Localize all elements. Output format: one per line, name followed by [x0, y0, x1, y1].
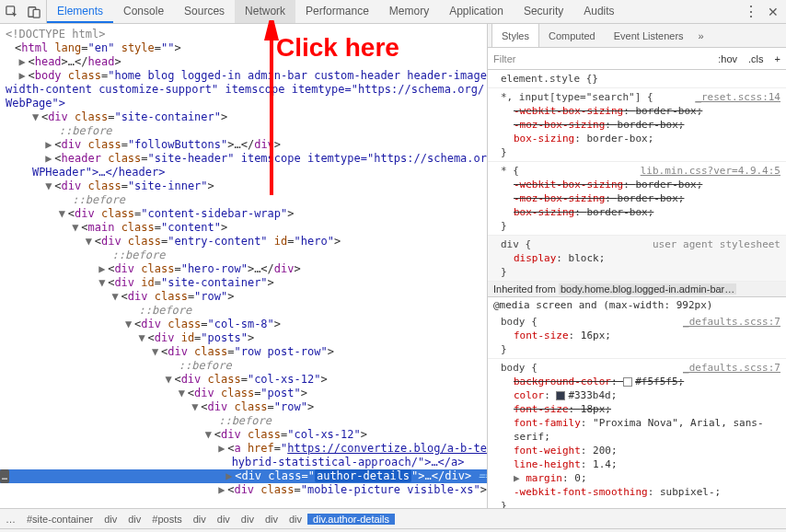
inspect-element-icon[interactable]: [6, 6, 18, 18]
more-menu-icon[interactable]: ⋮: [744, 3, 758, 20]
device-toggle-icon[interactable]: [28, 6, 40, 18]
media-query-label: @media screen and (max-width: 992px): [488, 297, 786, 313]
dom-node[interactable]: WPHeader">…</header>: [0, 166, 487, 179]
breadcrumb-item[interactable]: div: [212, 514, 236, 525]
dom-node[interactable]: <html lang="en" style="">: [0, 41, 487, 55]
dom-node[interactable]: ▶<header class="site-header" itemscope i…: [0, 152, 487, 166]
new-rule-button[interactable]: +: [775, 53, 780, 64]
dom-node[interactable]: ▼<div class="post">: [0, 387, 487, 400]
dom-node[interactable]: ::before: [0, 124, 487, 138]
breadcrumb-item[interactable]: div.author-details: [307, 514, 395, 525]
dom-node[interactable]: … ▶<div class="author-details">…</div> =…: [0, 469, 487, 483]
dom-node[interactable]: ▼<div id="site-container">: [0, 276, 487, 290]
dom-node[interactable]: ▼<div class="site-inner">: [0, 179, 487, 193]
dom-node[interactable]: hybrid-statistical-approach/">…</a>: [0, 456, 487, 469]
dom-node[interactable]: ▼<div class="row post-row">: [0, 345, 487, 359]
dom-node[interactable]: ▶<div class="followButtons">…</div>: [0, 138, 487, 152]
tab-elements[interactable]: Elements: [47, 0, 113, 23]
styles-more-icon[interactable]: »: [699, 30, 704, 41]
main-toolbar: ElementsConsoleSourcesNetworkPerformance…: [0, 0, 786, 24]
breadcrumb-item[interactable]: div: [236, 514, 260, 525]
dom-node[interactable]: ▼<div id="posts">: [0, 331, 487, 345]
dom-node[interactable]: ▶<div class="mobile-picture visible-xs">…: [0, 483, 487, 497]
inspector-icons: [0, 0, 47, 23]
dom-node[interactable]: ▶<div class="hero-row">…</div>: [0, 262, 487, 276]
dom-node[interactable]: ::before: [0, 359, 487, 373]
css-rule[interactable]: _reset.scss:14*, input[type="search"] {-…: [488, 88, 786, 162]
dom-node[interactable]: ▼<div class="row">: [0, 400, 487, 414]
styles-filter-row: Filter :hov .cls +: [488, 48, 786, 70]
hov-toggle[interactable]: :hov: [718, 53, 737, 64]
elements-dom-tree[interactable]: <!DOCTYPE html><html lang="en" style="">…: [0, 24, 488, 508]
svg-rect-2: [33, 9, 40, 17]
breadcrumb-item[interactable]: #posts: [146, 514, 187, 525]
dom-node[interactable]: ::before: [0, 249, 487, 262]
breadcrumb-item[interactable]: div: [260, 514, 283, 525]
dom-node[interactable]: WebPage">: [0, 97, 487, 110]
dom-node[interactable]: ▶<a href="https://convertize.blog/a-b-te…: [0, 442, 487, 456]
styles-pane: StylesComputedEvent Listeners» Filter :h…: [488, 24, 786, 508]
breadcrumb-item[interactable]: div: [283, 514, 307, 525]
dom-node[interactable]: ▼<main class="content">: [0, 221, 487, 235]
tab-audits[interactable]: Audits: [573, 0, 624, 23]
tab-application[interactable]: Application: [439, 0, 514, 23]
tab-network[interactable]: Network: [235, 0, 295, 23]
dom-node[interactable]: ::before: [0, 193, 487, 207]
styles-tab-event-listeners[interactable]: Event Listeners: [605, 24, 693, 47]
styles-rules[interactable]: element.style {}_reset.scss:14*, input[t…: [488, 70, 786, 508]
dom-node[interactable]: ▼<div class="col-sm-8">: [0, 318, 487, 331]
dom-node[interactable]: width-content customize-support" itemsco…: [0, 83, 487, 97]
dom-node[interactable]: <!DOCTYPE html>: [0, 28, 487, 41]
tab-console[interactable]: Console: [113, 0, 174, 23]
tab-memory[interactable]: Memory: [379, 0, 439, 23]
styles-tab-styles[interactable]: Styles: [491, 24, 539, 47]
inherited-from-bar: Inherited from body.home.blog.logged-in.…: [488, 282, 786, 297]
breadcrumb[interactable]: …#site-containerdivdiv#postsdivdivdivdiv…: [0, 508, 786, 528]
dom-node[interactable]: ▼<div class="col-xs-12">: [0, 428, 487, 442]
css-rule[interactable]: lib.min.css?ver=4.9.4:5* {-webkit-box-si…: [488, 162, 786, 236]
tab-security[interactable]: Security: [514, 0, 573, 23]
tab-performance[interactable]: Performance: [295, 0, 379, 23]
breadcrumb-item[interactable]: #site-container: [21, 514, 98, 525]
panel-tabs: ElementsConsoleSourcesNetworkPerformance…: [47, 0, 625, 23]
dom-node[interactable]: ::before: [0, 414, 487, 428]
dom-node[interactable]: ▼<div class="row">: [0, 290, 487, 304]
drawer: ⋮ ConsoleWhat's New× ✕: [0, 528, 786, 532]
dom-node[interactable]: ▶<head>…</head>: [0, 55, 487, 69]
breadcrumb-item[interactable]: div: [122, 514, 146, 525]
dom-node[interactable]: ▼<div class="site-container">: [0, 110, 487, 124]
breadcrumb-item[interactable]: div: [98, 514, 122, 525]
dom-node[interactable]: ::before: [0, 304, 487, 318]
css-rule[interactable]: _defaults.scss:7body {font-size: 16px;}: [488, 313, 786, 359]
tab-sources[interactable]: Sources: [174, 0, 235, 23]
dom-node[interactable]: ▼<div class="col-xs-12">: [0, 373, 487, 387]
styles-filter-input[interactable]: Filter: [493, 53, 515, 64]
styles-pane-tabs: StylesComputedEvent Listeners»: [488, 24, 786, 48]
cls-toggle[interactable]: .cls: [748, 53, 764, 64]
dom-node[interactable]: ▼<div class="content-sidebar-wrap">: [0, 207, 487, 221]
css-rule[interactable]: _defaults.scss:7body {background-color: …: [488, 359, 786, 508]
close-icon[interactable]: ✕: [768, 5, 779, 19]
breadcrumb-item[interactable]: div: [188, 514, 212, 525]
css-rule[interactable]: user agent stylesheetdiv {display: block…: [488, 236, 786, 282]
breadcrumb-item[interactable]: …: [0, 514, 21, 525]
css-rule[interactable]: element.style {}: [488, 70, 786, 88]
styles-tab-computed[interactable]: Computed: [539, 24, 605, 47]
dom-node[interactable]: ▼<div class="entry-content" id="hero">: [0, 235, 487, 249]
dom-node[interactable]: ▶<body class="home blog logged-in admin-…: [0, 69, 487, 83]
